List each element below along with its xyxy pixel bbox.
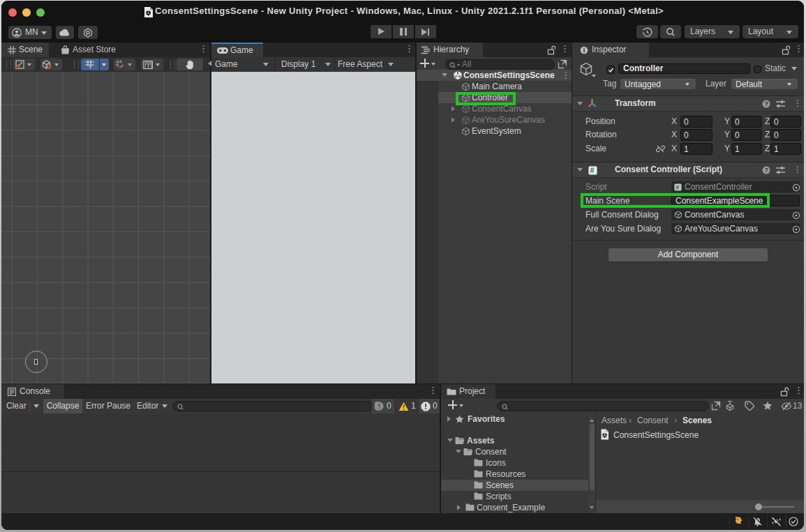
svg-text:Y: Y (89, 64, 92, 69)
svg-text:#: # (676, 183, 679, 190)
svg-text:?: ? (764, 167, 768, 174)
svg-text:#: # (590, 166, 595, 174)
svg-text:?: ? (764, 100, 768, 107)
